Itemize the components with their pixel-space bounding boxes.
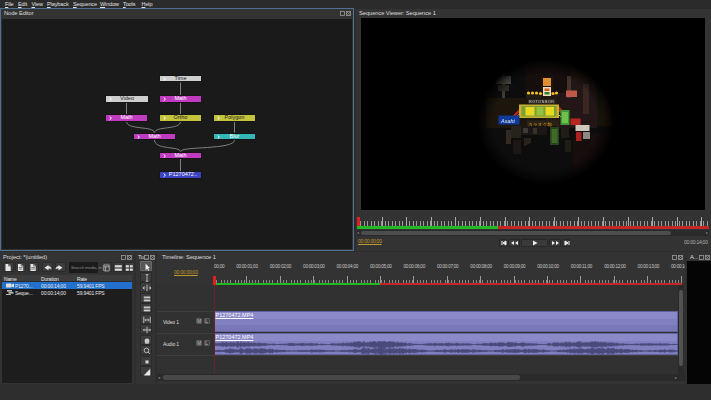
- svg-text:Asahi: Asahi: [500, 118, 516, 124]
- svg-text:Search media, m...: Search media, m...: [71, 265, 105, 270]
- svg-text:ROTONBOR: ROTONBOR: [529, 100, 555, 104]
- svg-text:カラオケ館: カラオケ館: [528, 122, 553, 127]
